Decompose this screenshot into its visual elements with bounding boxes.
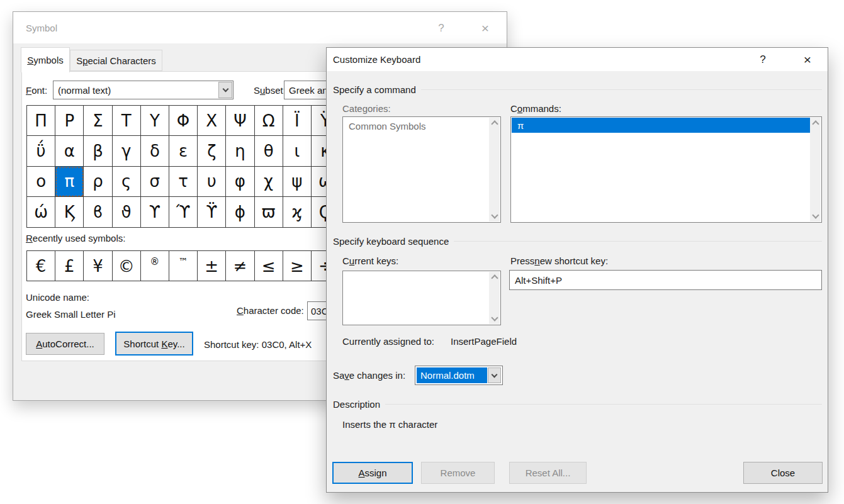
symbol-cell[interactable]: φ: [226, 167, 254, 197]
symbol-cell[interactable]: Ω: [255, 106, 283, 136]
tab-special-characters-label: Special Characters: [76, 55, 156, 66]
symbol-cell[interactable]: β: [84, 136, 112, 166]
group-divider: [385, 404, 822, 405]
current-keys-listbox[interactable]: [342, 271, 501, 325]
shortcut-key-button[interactable]: Shortcut Key...: [115, 332, 193, 356]
ck-titlebar[interactable]: Customize Keyboard: [327, 48, 828, 71]
font-dropdown-icon[interactable]: [218, 82, 232, 98]
symbol-cell[interactable]: υ: [198, 167, 226, 197]
categories-scrollbar[interactable]: [489, 118, 500, 221]
symbol-cell[interactable]: Π: [27, 106, 55, 136]
subset-label: Subset:: [254, 82, 286, 98]
symbol-cell[interactable]: ϖ: [255, 197, 283, 227]
tab-symbols-label: Symbols: [27, 55, 64, 65]
save-changes-value: Normal.dotm: [417, 367, 487, 383]
symbol-cell[interactable]: ϔ: [198, 197, 226, 227]
font-combobox[interactable]: (normal text): [53, 81, 234, 99]
save-changes-dropdown-icon[interactable]: [488, 367, 501, 383]
symbol-cell[interactable]: Ϗ: [55, 197, 84, 227]
unicode-name-label: Unicode name:: [26, 289, 89, 305]
symbol-cell[interactable]: ΰ: [27, 136, 55, 166]
symbol-grid: ΠΡΣΤΥΦΧΨΩΪΫΰαβγδεζηθικοπρςστυφχψωώϏϐϑϒϓϔ…: [26, 105, 340, 228]
symbol-cell[interactable]: ζ: [198, 136, 226, 166]
symbol-cell[interactable]: η: [226, 136, 254, 166]
symbol-cell[interactable]: Χ: [198, 106, 226, 136]
categories-listbox[interactable]: Common Symbols: [342, 116, 501, 223]
assign-button[interactable]: Assign: [332, 462, 413, 484]
symbol-cell[interactable]: α: [55, 136, 84, 166]
save-changes-label: Save changes in:: [333, 367, 405, 383]
symbol-cell[interactable]: θ: [255, 136, 283, 166]
reset-all-button[interactable]: Reset All...: [509, 462, 587, 484]
symbol-cell[interactable]: Υ: [141, 106, 169, 136]
close-button[interactable]: Close: [743, 462, 823, 484]
group-specify-sequence: Specify keyboard sequence: [333, 233, 822, 249]
symbol-cell[interactable]: ϗ: [283, 197, 312, 227]
symbol-cell[interactable]: Τ: [113, 106, 141, 136]
group-specify-command: Specify a command: [333, 81, 822, 98]
scroll-up-icon[interactable]: [812, 120, 819, 127]
recent-symbol-cell[interactable]: ≤: [255, 251, 283, 281]
symbol-cell[interactable]: ϓ: [169, 197, 198, 227]
symbol-cell[interactable]: σ: [141, 167, 169, 197]
new-shortcut-input[interactable]: Alt+Shift+P: [509, 270, 822, 290]
recent-symbol-cell[interactable]: €: [27, 251, 55, 281]
symbol-cell[interactable]: ϕ: [226, 197, 254, 227]
tab-symbols[interactable]: Symbols: [21, 47, 70, 72]
symbol-cell[interactable]: ς: [113, 167, 141, 197]
current-keys-scrollbar[interactable]: [489, 272, 500, 324]
ck-help-icon[interactable]: ?: [753, 50, 772, 69]
scroll-up-icon[interactable]: [491, 274, 498, 281]
autocorrect-button[interactable]: AutoCorrect...: [26, 333, 104, 355]
new-shortcut-value: Alt+Shift+P: [510, 275, 562, 286]
recent-symbol-cell[interactable]: ≠: [226, 251, 254, 281]
symbol-cell[interactable]: ι: [283, 136, 312, 166]
symbol-close-icon[interactable]: ×: [476, 19, 495, 38]
remove-button[interactable]: Remove: [421, 462, 495, 484]
recent-symbol-cell[interactable]: ®: [141, 251, 169, 281]
categories-item[interactable]: Common Symbols: [349, 121, 426, 132]
group-specify-sequence-label: Specify keyboard sequence: [333, 236, 449, 247]
font-label: Font:: [26, 82, 47, 98]
symbol-help-icon[interactable]: ?: [432, 19, 451, 38]
symbol-cell[interactable]: γ: [113, 136, 141, 166]
symbol-cell[interactable]: ϐ: [84, 197, 112, 227]
symbol-cell[interactable]: ο: [27, 167, 55, 197]
symbol-cell[interactable]: Ρ: [55, 106, 84, 136]
recent-symbol-cell[interactable]: ™: [169, 251, 198, 281]
symbol-cell[interactable]: π: [55, 167, 84, 197]
symbol-cell[interactable]: Φ: [169, 106, 198, 136]
recent-symbol-cell[interactable]: £: [55, 251, 84, 281]
categories-label: Categories:: [342, 100, 391, 116]
scroll-up-icon[interactable]: [491, 120, 498, 127]
scroll-down-icon[interactable]: [491, 211, 498, 218]
recent-symbol-cell[interactable]: ≥: [283, 251, 312, 281]
symbol-cell[interactable]: ρ: [84, 167, 112, 197]
group-description-label: Description: [333, 399, 380, 410]
commands-item-selected[interactable]: π: [512, 118, 811, 133]
scroll-down-icon[interactable]: [491, 314, 498, 321]
symbol-cell[interactable]: ϑ: [113, 197, 141, 227]
symbol-cell[interactable]: Σ: [84, 106, 112, 136]
symbol-cell[interactable]: Ϊ: [283, 106, 312, 136]
recent-symbol-cell[interactable]: ©: [113, 251, 141, 281]
symbol-cell[interactable]: δ: [141, 136, 169, 166]
description-text: Inserts the π character: [342, 416, 437, 432]
tab-special-characters[interactable]: Special Characters: [70, 50, 162, 71]
symbol-cell[interactable]: ψ: [283, 167, 312, 197]
symbol-cell[interactable]: τ: [169, 167, 198, 197]
scroll-down-icon[interactable]: [812, 211, 819, 218]
character-code-label: Character code:: [237, 302, 304, 318]
symbol-cell[interactable]: ϒ: [141, 197, 169, 227]
symbol-cell[interactable]: ε: [169, 136, 198, 166]
recent-symbol-cell[interactable]: ¥: [84, 251, 112, 281]
recent-symbol-cell[interactable]: ±: [198, 251, 226, 281]
commands-listbox[interactable]: π: [510, 116, 822, 223]
symbol-cell[interactable]: χ: [255, 167, 283, 197]
symbol-cell[interactable]: ώ: [27, 197, 55, 227]
save-changes-combobox[interactable]: Normal.dotm: [415, 366, 503, 385]
ck-close-icon[interactable]: ×: [798, 50, 817, 69]
symbol-cell[interactable]: Ψ: [226, 106, 254, 136]
commands-scrollbar[interactable]: [810, 118, 821, 221]
ck-dialog-title: Customize Keyboard: [333, 54, 420, 65]
